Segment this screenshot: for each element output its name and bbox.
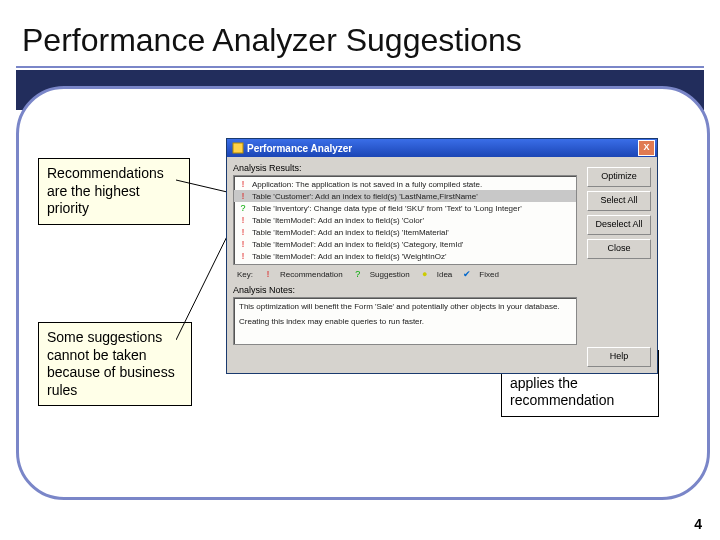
close-button[interactable]: X xyxy=(638,140,655,156)
analysis-results-list[interactable]: !Application: The application is not sav… xyxy=(233,175,577,265)
help-button[interactable]: Help xyxy=(587,347,651,367)
divider xyxy=(16,66,704,68)
slide-title: Performance Analyzer Suggestions xyxy=(22,22,522,59)
page-number: 4 xyxy=(694,516,702,532)
list-item[interactable]: !Table 'ItemModel': Add an index to fiel… xyxy=(234,226,576,238)
recommendation-icon: ! xyxy=(238,179,248,189)
window-titlebar: Performance Analyzer X xyxy=(227,139,657,157)
performance-analyzer-window: Performance Analyzer X Optimize Select A… xyxy=(226,138,658,374)
list-item[interactable]: !Table 'ItemModel': Add an index to fiel… xyxy=(234,214,576,226)
recommendation-icon: ! xyxy=(238,227,248,237)
select-all-button[interactable]: Select All xyxy=(587,191,651,211)
list-item[interactable]: ?Table 'Inventory': Change data type of … xyxy=(234,202,576,214)
fixed-icon: ✔ xyxy=(462,269,472,279)
deselect-all-button[interactable]: Deselect All xyxy=(587,215,651,235)
side-button-group: Optimize Select All Deselect All Close xyxy=(587,167,651,259)
list-item[interactable]: !Table 'ItemModel': Add an index to fiel… xyxy=(234,250,576,262)
recommendation-icon: ! xyxy=(238,239,248,249)
suggestion-icon: ? xyxy=(353,269,363,279)
app-icon xyxy=(232,142,244,154)
recommendation-icon: ! xyxy=(263,269,273,279)
close-dialog-button[interactable]: Close xyxy=(587,239,651,259)
list-item[interactable]: !Table 'ItemModel': Add an index to fiel… xyxy=(234,238,576,250)
analysis-notes: This optimization will benefit the Form … xyxy=(233,297,577,345)
svg-rect-3 xyxy=(233,143,243,153)
idea-icon: ● xyxy=(420,269,430,279)
callout-recommendations: Recommendations are the highest priority xyxy=(38,158,190,225)
recommendation-icon: ! xyxy=(238,251,248,261)
callout-business-rules: Some suggestions cannot be taken because… xyxy=(38,322,192,406)
list-item[interactable]: !Table 'Customer': Add an index to field… xyxy=(234,190,576,202)
slide: Performance Analyzer Suggestions Recomme… xyxy=(0,0,720,540)
suggestion-icon: ? xyxy=(238,203,248,213)
window-title: Performance Analyzer xyxy=(247,143,352,154)
key-legend: Key: !Recommendation ?Suggestion ●Idea ✔… xyxy=(233,267,577,281)
recommendation-icon: ! xyxy=(238,191,248,201)
recommendation-icon: ! xyxy=(238,215,248,225)
analysis-results-label: Analysis Results: xyxy=(233,163,577,173)
analysis-notes-label: Analysis Notes: xyxy=(233,285,577,295)
list-item[interactable]: !Application: The application is not sav… xyxy=(234,178,576,190)
optimize-button[interactable]: Optimize xyxy=(587,167,651,187)
key-label: Key: xyxy=(237,270,253,279)
